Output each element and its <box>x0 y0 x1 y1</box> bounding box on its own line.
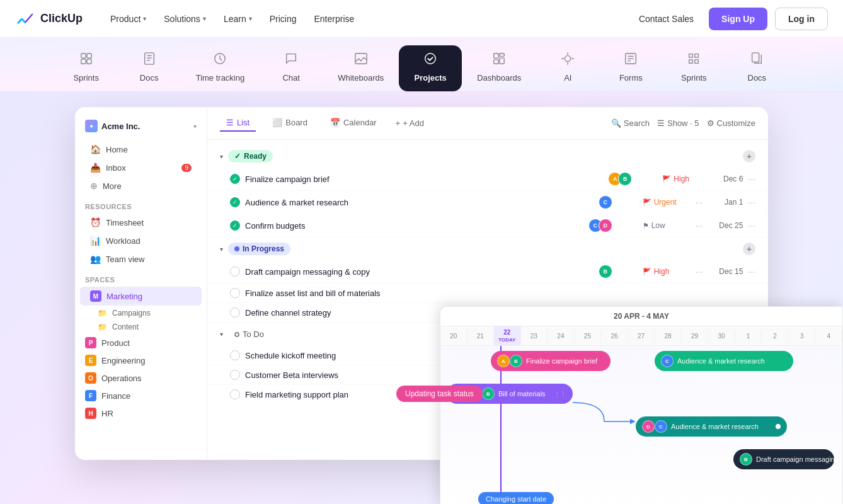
sidebar-item-operations[interactable]: O Operations <box>75 369 207 387</box>
feature-docs-label: Docs <box>140 73 159 83</box>
feature-docs2[interactable]: Docs <box>725 45 788 91</box>
sidebar-item-more[interactable]: ⊕ More <box>80 177 202 195</box>
sidebar-item-marketing[interactable]: M Marketing <box>80 287 202 306</box>
signup-button[interactable]: Sign Up <box>709 8 767 30</box>
nav-solutions[interactable]: Solutions ▾ <box>156 9 214 29</box>
sidebar: ✦ Acme Inc. ▾ 🏠 Home 📥 Inbox 9 ⊕ More Re… <box>75 107 207 460</box>
task-status-empty[interactable] <box>230 370 240 380</box>
search-button[interactable]: 🔍 Search <box>611 118 650 128</box>
add-view-button[interactable]: + + Add <box>396 118 424 128</box>
table-row[interactable]: Confirm budgets C D ⚑ Low ··· Dec 25 ··· <box>207 214 768 238</box>
task-status-done[interactable] <box>230 220 240 231</box>
gantt-bar[interactable]: D C Audience & market research <box>636 416 787 437</box>
nav-pricing[interactable]: Pricing <box>262 9 304 29</box>
feature-chat-label: Chat <box>282 73 299 83</box>
task-name: Audience & market research <box>245 198 597 207</box>
circle-icon <box>234 332 239 337</box>
section-header-in-progress[interactable]: ▾ In Progress + <box>207 238 768 260</box>
content-label: Content <box>112 323 139 331</box>
sidebar-item-hr[interactable]: H HR <box>75 404 207 422</box>
table-row[interactable]: Audience & market research C 🚩 Urgent ··… <box>207 191 768 214</box>
task-status-empty[interactable] <box>230 389 240 399</box>
section-add-ready[interactable]: + <box>743 150 755 163</box>
sidebar-item-team-view[interactable]: 👥 Team view <box>80 250 202 268</box>
login-button[interactable]: Log in <box>775 8 828 30</box>
show-button[interactable]: ☰ Show · 5 <box>657 118 699 128</box>
nav-enterprise[interactable]: Enterprise <box>306 9 362 29</box>
feature-chat[interactable]: Chat <box>260 45 323 91</box>
sidebar-item-inbox[interactable]: 📥 Inbox 9 <box>80 159 202 176</box>
more-options-button[interactable]: ··· <box>696 197 703 207</box>
nav-learn[interactable]: Learn ▾ <box>216 9 260 29</box>
sidebar-home-label: Home <box>106 145 128 154</box>
table-row[interactable]: Draft campaign messaging & copy B 🚩 High… <box>207 260 768 284</box>
contact-sales-link[interactable]: Contact Sales <box>631 9 701 29</box>
feature-sprints2[interactable]: Sprints <box>662 45 725 91</box>
logo[interactable]: ClickUp <box>15 9 83 29</box>
gantt-bar[interactable]: C Audience & market research <box>655 351 793 371</box>
chevron-down-icon: ▾ <box>143 15 146 22</box>
gantt-bar[interactable]: B Draft campaign messaging <box>733 449 834 469</box>
gantt-date-col: 25 <box>575 330 602 342</box>
workspace-header[interactable]: ✦ Acme Inc. ▾ <box>75 115 207 140</box>
avatar: B <box>482 387 495 400</box>
gantt-date-col: 24 <box>548 330 575 342</box>
feature-dashboards[interactable]: Dashboards <box>462 45 536 91</box>
changing-start-date-tooltip: Changing start date <box>478 492 554 504</box>
more-options-button[interactable]: ··· <box>748 220 755 231</box>
task-date: Dec 6 <box>711 175 743 183</box>
feature-ai[interactable]: AI <box>536 45 599 91</box>
feature-dashboards-label: Dashboards <box>477 73 521 83</box>
task-status-empty[interactable] <box>230 266 240 277</box>
avatar: D <box>599 219 612 232</box>
task-status-done[interactable] <box>230 174 240 184</box>
sidebar-item-finance[interactable]: F Finance <box>75 387 207 404</box>
gantt-bar-label: Draft campaign messaging <box>756 455 839 463</box>
tab-calendar[interactable]: 📅 Calendar <box>324 115 383 132</box>
gantt-date-col: 21 <box>467 330 495 342</box>
sidebar-item-home[interactable]: 🏠 Home <box>80 140 202 158</box>
feature-time-tracking[interactable]: Time tracking <box>181 45 260 91</box>
more-options-button[interactable]: ··· <box>696 220 703 231</box>
section-header-ready[interactable]: ▾ ✓ Ready + <box>207 145 768 168</box>
task-status-empty[interactable] <box>230 307 240 318</box>
sidebar-item-product[interactable]: P Product <box>75 334 207 352</box>
gantt-date-col: 2 <box>762 330 789 342</box>
customize-button[interactable]: ⚙ Customize <box>707 118 755 128</box>
table-row[interactable]: Finalize asset list and bill of material… <box>207 284 768 303</box>
dependency-arrow <box>566 396 642 428</box>
operations-label: Operations <box>101 374 142 383</box>
flag-icon: 🚩 <box>643 198 651 207</box>
feature-whiteboards[interactable]: Whiteboards <box>323 45 399 91</box>
task-status-done[interactable] <box>230 197 240 207</box>
task-status-empty[interactable] <box>230 288 240 298</box>
nav-product[interactable]: Product ▾ <box>103 9 154 29</box>
feature-projects[interactable]: Projects <box>399 45 462 91</box>
more-options-button[interactable]: ··· <box>748 266 755 277</box>
tab-list[interactable]: ☰ List <box>220 115 256 132</box>
sprints2-icon <box>687 52 701 69</box>
more-options-button[interactable]: ··· <box>696 266 703 277</box>
table-row[interactable]: Finalize campaign brief A B 🚩 High Dec 6… <box>207 168 768 191</box>
feature-sprints[interactable]: Sprints <box>55 45 118 91</box>
sidebar-item-workload[interactable]: 📊 Workload <box>80 232 202 249</box>
sidebar-sub-campaigns[interactable]: 📁 Campaigns <box>75 306 207 320</box>
gantt-bar[interactable]: A B Finalize campaign brief <box>491 351 611 371</box>
calendar-tab-icon: 📅 <box>330 118 340 127</box>
more-options-button[interactable]: ··· <box>748 174 755 184</box>
folder-icon: 📁 <box>98 309 107 318</box>
task-date: Jan 1 <box>711 198 743 207</box>
svg-rect-2 <box>81 59 85 64</box>
feature-forms[interactable]: Forms <box>599 45 662 91</box>
task-status-empty[interactable] <box>230 350 240 360</box>
feature-docs[interactable]: Docs <box>118 45 181 91</box>
svg-point-15 <box>565 55 571 61</box>
tab-board[interactable]: ⬜ Board <box>266 115 314 132</box>
sidebar-item-timesheet[interactable]: ⏰ Timesheet <box>80 214 202 231</box>
gantt-header: 20 APR - 4 MAY <box>440 307 842 326</box>
more-options-button[interactable]: ··· <box>748 197 755 207</box>
spaces-section-label: Spaces <box>75 268 207 286</box>
section-add-in-progress[interactable]: + <box>743 243 755 255</box>
sidebar-item-engineering[interactable]: E Engineering <box>75 352 207 369</box>
sidebar-sub-content[interactable]: 📁 Content <box>75 320 207 334</box>
